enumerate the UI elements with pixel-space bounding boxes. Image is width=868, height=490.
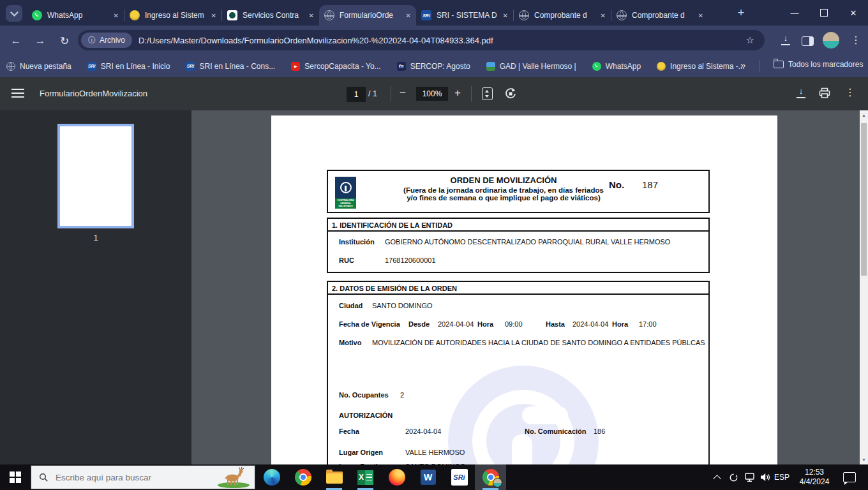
taskbar-word[interactable]: W xyxy=(412,464,444,490)
section1-header: 1. IDENTIFICACIÓN DE LA ENTIDAD xyxy=(328,219,708,232)
scroll-up-arrow[interactable]: ▲ xyxy=(860,113,868,117)
motivo-label: Motivo xyxy=(339,339,361,346)
tab-ingreso-sistema[interactable]: Ingreso al Sistem ✕ xyxy=(124,5,221,26)
forward-button[interactable]: → xyxy=(32,33,49,49)
zoom-level-display[interactable]: 100% xyxy=(416,87,448,101)
tab-close-icon[interactable]: ✕ xyxy=(601,12,606,19)
new-tab-button[interactable]: + xyxy=(732,4,750,22)
file-scheme-chip[interactable]: ⓘ Archivo xyxy=(81,33,132,48)
download-icon: ↓ xyxy=(781,35,791,45)
tray-action-center[interactable] xyxy=(840,464,859,490)
side-panel-button[interactable] xyxy=(802,36,814,46)
tray-network[interactable] xyxy=(742,464,758,490)
toolbar-separator xyxy=(391,86,391,101)
tab-sri-sistema[interactable]: SRi SRI - SISTEMA D ✕ xyxy=(416,5,513,26)
page-thumbnail[interactable] xyxy=(57,124,134,228)
window-maximize-button[interactable] xyxy=(809,0,839,26)
destino-label: Lugar Destino xyxy=(339,463,386,464)
taskbar-chrome[interactable] xyxy=(287,464,318,490)
tab-close-icon[interactable]: ✕ xyxy=(503,12,508,19)
gad-favicon xyxy=(486,62,495,71)
browser-menu-button[interactable]: ⋮ xyxy=(851,34,861,46)
bookmark-sri-inicio[interactable]: SRi SRI en Línea - Inicio xyxy=(87,62,170,71)
tab-close-icon[interactable]: ✕ xyxy=(406,12,411,19)
pdf-scrollbar[interactable]: ▲ ▼ xyxy=(860,110,868,464)
search-icon xyxy=(39,473,49,482)
tab-comprobante-1[interactable]: Comprobante d ✕ xyxy=(514,5,611,26)
tab-comprobante-2[interactable]: Comprobante d ✕ xyxy=(611,5,708,26)
tab-servicios-contraloria[interactable]: Servicios Contra ✕ xyxy=(222,5,319,26)
rotate-button[interactable] xyxy=(504,87,517,103)
window-minimize-button[interactable]: — xyxy=(780,0,809,26)
tab-close-icon[interactable]: ✕ xyxy=(211,12,216,19)
taskbar-firefox[interactable] xyxy=(381,464,412,490)
bookmark-ingreso-sistema[interactable]: Ingreso al Sistema -... xyxy=(657,62,745,71)
page-number-input[interactable] xyxy=(347,87,366,102)
bookmark-nueva-pestana[interactable]: Nueva pestaña xyxy=(6,62,71,71)
fit-to-page-button[interactable] xyxy=(482,87,493,100)
tray-volume[interactable] xyxy=(757,464,774,490)
search-input[interactable] xyxy=(54,472,197,483)
bookmark-whatsapp[interactable]: WhatsApp xyxy=(592,62,641,71)
start-button[interactable] xyxy=(0,464,31,490)
profile-avatar[interactable] xyxy=(823,32,839,48)
browser-toolbar: ← → ↻ ⓘ Archivo D:/Users/Master/Download… xyxy=(0,26,868,55)
bookmark-label: Nueva pestaña xyxy=(20,62,71,71)
zoom-in-button[interactable]: + xyxy=(454,77,461,110)
window-close-button[interactable]: ✕ xyxy=(839,0,868,26)
pdf-viewer-pane[interactable]: CONTRALORÍA GENERAL DEL ESTADO ORDEN DE … xyxy=(191,110,860,464)
doc-section2-box: 2. DATOS DE EMISIÓN DE LA ORDEN Ciudad S… xyxy=(327,281,710,464)
scroll-down-arrow[interactable]: ▼ xyxy=(860,457,868,462)
zoom-out-button[interactable]: − xyxy=(400,77,406,110)
reload-button[interactable]: ↻ xyxy=(56,33,73,49)
tray-date: 4/4/2024 xyxy=(800,477,830,487)
pdf-print-button[interactable] xyxy=(819,87,830,101)
bookmarks-overflow-button[interactable]: » xyxy=(740,59,745,70)
tab-formulario-active[interactable]: FormularioOrde ✕ xyxy=(319,5,416,26)
institucion-label: Institución xyxy=(339,238,375,246)
tab-whatsapp[interactable]: WhatsApp ✕ xyxy=(27,5,124,26)
bookmark-label: GAD | Valle Hermoso | xyxy=(500,62,576,71)
tab-close-icon[interactable]: ✕ xyxy=(309,12,314,19)
bookmark-star-icon[interactable]: ☆ xyxy=(746,34,754,46)
doc-subtitle-line2: y/o fines de semana o que implique el pa… xyxy=(379,194,628,202)
tab-close-icon[interactable]: ✕ xyxy=(698,12,703,19)
windows-logo-icon xyxy=(10,471,21,483)
taskbar-search-box[interactable] xyxy=(31,465,255,489)
taskbar-file-explorer[interactable] xyxy=(318,464,350,490)
taskbar-excel[interactable]: X xyxy=(350,464,381,490)
tabs-container: WhatsApp ✕ Ingreso al Sistem ✕ Servicios… xyxy=(27,5,708,26)
tray-clock[interactable]: 12:53 4/4/2024 xyxy=(793,464,835,490)
pdf-menu-button[interactable] xyxy=(11,89,24,100)
downloads-button[interactable]: ↓ xyxy=(781,35,791,45)
address-bar[interactable]: ⓘ Archivo D:/Users/Master/Downloads/Form… xyxy=(78,30,765,50)
bookmark-sri-consultas[interactable]: SRi SRI en Línea - Cons... xyxy=(186,62,275,71)
all-bookmarks-button[interactable]: Todos los marcadores xyxy=(774,60,863,69)
pdf-more-options-button[interactable]: ⋮ xyxy=(845,86,855,98)
whatsapp-favicon xyxy=(592,62,601,71)
bookmark-sercop-agosto[interactable]: fn SERCOP: Agosto xyxy=(397,62,470,71)
scrollbar-thumb[interactable] xyxy=(861,123,867,276)
bookmark-sercop-youtube[interactable]: ▶ SercopCapacita - Yo... xyxy=(291,62,380,71)
tab-search-button[interactable] xyxy=(6,5,22,22)
taskbar-edge[interactable] xyxy=(256,464,287,490)
excel-icon: X xyxy=(357,470,373,485)
tray-sync-app[interactable] xyxy=(725,464,742,490)
pdf-download-button[interactable]: ↓ xyxy=(796,88,806,98)
url-text[interactable]: D:/Users/Master/Downloads/FormularioOrde… xyxy=(138,36,493,45)
bookmark-label: SercopCapacita - Yo... xyxy=(304,62,380,71)
bookmark-gad-valle-hermoso[interactable]: GAD | Valle Hermoso | xyxy=(486,62,576,71)
ciudad-label: Ciudad xyxy=(339,302,363,309)
cge-logo-caption: CONTRALORÍA GENERAL DEL ESTADO xyxy=(335,198,356,209)
bookmark-label: SERCOP: Agosto xyxy=(410,62,470,71)
tray-show-hidden-icons[interactable] xyxy=(708,464,725,490)
tray-language[interactable]: ESP xyxy=(772,464,791,490)
taskbar-sri-app[interactable]: SRi xyxy=(444,464,475,490)
bookmark-label: WhatsApp xyxy=(606,62,641,71)
firefox-icon xyxy=(389,469,405,486)
taskbar-chrome-active[interactable] xyxy=(475,464,506,490)
doc-number-value: 187 xyxy=(642,179,658,190)
tab-close-icon[interactable]: ✕ xyxy=(114,12,119,19)
back-button[interactable]: ← xyxy=(8,33,24,49)
edge-icon xyxy=(264,469,280,486)
